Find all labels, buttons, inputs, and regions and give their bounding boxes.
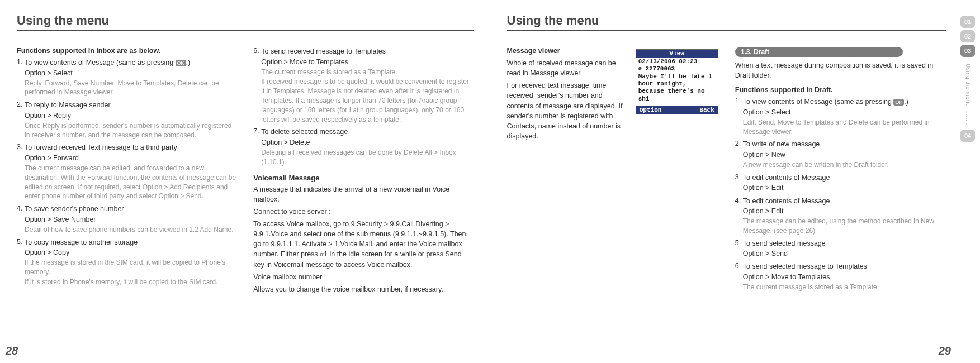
tab-02[interactable]: 02 [960, 30, 975, 42]
page-29: Using the menu Message viewer Whole of r… [490, 0, 981, 363]
inbox-item-5: 5. To copy message to another storage Op… [17, 238, 236, 287]
phone-icon: ☎ [638, 66, 642, 72]
inbox-item-1: 1. To view contents of Message (same as … [17, 58, 236, 97]
page-title: Using the menu [17, 13, 474, 31]
draft-item-6: 6. To send selected message to Templates… [735, 262, 946, 292]
right-col-2: 1.3. Draft When a text message during co… [735, 47, 946, 295]
page-title: Using the menu [507, 13, 947, 31]
inbox-item-3: 3. To forward received Text message to a… [17, 143, 236, 201]
draft-item-2: 2. To write of new message Option > New … [735, 140, 946, 169]
inbox-item-6: 6. To send received message to Templates… [253, 47, 473, 124]
inbox-item-2: 2. To reply to Message sender Option > R… [17, 101, 236, 140]
ok-icon: OK [893, 99, 904, 106]
phone-titlebar: View [636, 50, 718, 58]
inbox-item-7: 7. To delete selected message Option > D… [253, 127, 473, 166]
draft-item-1: 1. To view contents of Message (same as … [735, 97, 946, 136]
page-28: Using the menu Functions supported in In… [0, 0, 490, 363]
phone-softkey-left: Option [640, 107, 662, 113]
right-col-1: Message viewer Whole of received message… [507, 47, 718, 295]
phone-softkey-right: Back [699, 107, 714, 113]
inbox-intro: Functions supported in Inbox are as belo… [17, 47, 236, 55]
draft-functions-heading: Functions supported in Draft. [735, 86, 946, 94]
left-col-2: 6. To send received message to Templates… [253, 47, 473, 297]
phone-screenshot: View 02/13/2006 02:23 ☎ 22770063 Maybe I… [636, 49, 718, 114]
draft-item-3: 3. To edit contents of Message Option > … [735, 173, 946, 193]
voicemail-heading: Voicemail Message [253, 174, 473, 182]
side-tabs: 01 02 03 Using the menu ......... 04 [955, 0, 980, 363]
phone-message-body: Maybe I'll be late 1 hour tonight, becau… [636, 73, 718, 106]
option-path: Option > Select [25, 68, 236, 78]
phone-number: ☎ 22770063 [636, 65, 718, 73]
page-number: 29 [939, 345, 951, 357]
tab-03[interactable]: 03 [960, 45, 975, 57]
message-viewer-heading: Message viewer [507, 47, 626, 55]
tab-04[interactable]: 04 [960, 130, 975, 142]
tab-label: Using the menu ......... [965, 64, 971, 125]
phone-date: 02/13/2006 02:23 [636, 58, 718, 65]
left-col-1: Functions supported in Inbox are as belo… [17, 47, 236, 297]
tab-01[interactable]: 01 [960, 16, 975, 28]
page-number: 28 [6, 345, 18, 357]
inbox-item-4: 4. To save sender's phone number Option … [17, 204, 236, 234]
ok-icon: OK [176, 60, 186, 66]
section-pill-draft: 1.3. Draft [735, 47, 903, 57]
draft-item-4: 4. To edit contents of Message Option > … [735, 197, 946, 236]
draft-item-5: 5. To send selected message Option > Sen… [735, 239, 946, 259]
